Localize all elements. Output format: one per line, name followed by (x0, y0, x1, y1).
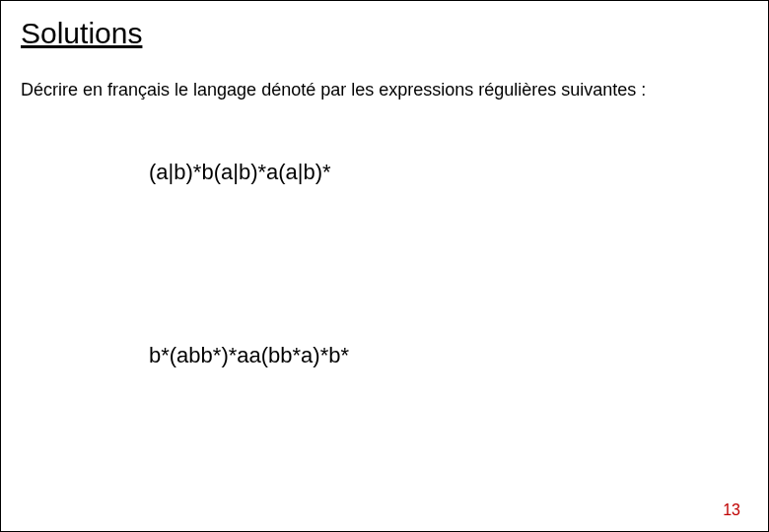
regex-expression-1: (a|b)*b(a|b)*a(a|b)* (149, 160, 748, 185)
slide-title: Solutions (21, 17, 748, 50)
exercise-prompt: Décrire en français le langage dénoté pa… (21, 80, 748, 100)
regex-expression-2: b*(abb*)*aa(bb*a)*b* (149, 343, 748, 368)
page-number: 13 (723, 501, 740, 519)
expression-list: (a|b)*b(a|b)*a(a|b)* b*(abb*)*aa(bb*a)*b… (21, 160, 748, 368)
slide-frame: Solutions Décrire en français le langage… (0, 0, 769, 532)
